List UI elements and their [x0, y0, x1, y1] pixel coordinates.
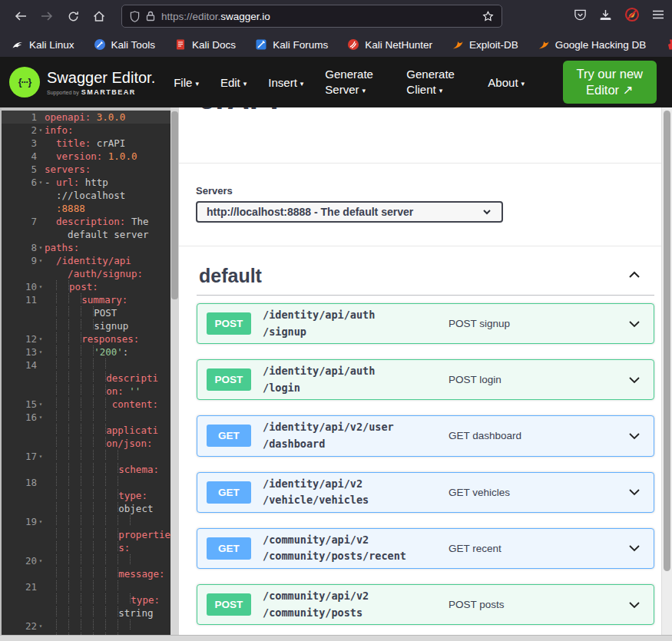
- code-line[interactable]: [45, 476, 170, 489]
- menu-insert[interactable]: Insert▾: [268, 76, 303, 89]
- endpoint-row[interactable]: POST/identity/api/auth /loginPOST login: [197, 359, 654, 400]
- code-line[interactable]: on/json:: [45, 437, 170, 450]
- lock-icon[interactable]: [146, 11, 155, 21]
- endpoint-row[interactable]: GET/community/api/v2 /community/posts/re…: [197, 528, 654, 569]
- code-line[interactable]: openapi: 3.0.0: [45, 111, 170, 124]
- forward-button[interactable]: [34, 5, 60, 27]
- fold-toggle-icon[interactable]: ▾: [37, 411, 45, 424]
- code-line[interactable]: title: crAPI: [45, 137, 170, 150]
- home-button[interactable]: [86, 5, 112, 27]
- endpoint-row[interactable]: POST/identity/api/auth /signupPOST signu…: [197, 303, 654, 344]
- code-line[interactable]: propertie: [45, 528, 170, 541]
- code-line[interactable]: [45, 515, 170, 528]
- code-line[interactable]: default server: [45, 228, 170, 241]
- code-line[interactable]: [45, 450, 170, 463]
- url-bar[interactable]: https://editor.swagger.io: [121, 5, 502, 28]
- fold-toggle-icon[interactable]: ▾: [37, 280, 45, 293]
- code-line[interactable]: /identity/api: [45, 254, 170, 267]
- bookmark-kali-nethunter[interactable]: Kali NetHunter: [347, 38, 432, 51]
- horizontal-scrollbar[interactable]: [0, 635, 672, 641]
- menu-file[interactable]: File▾: [174, 76, 199, 89]
- chevron-up-icon[interactable]: [626, 266, 643, 286]
- bookmark-google-hacking-db[interactable]: Google Hacking DB: [538, 38, 647, 51]
- code-line[interactable]: type:: [45, 489, 170, 502]
- code-line[interactable]: POST: [45, 306, 170, 319]
- chevron-down-icon[interactable]: [626, 316, 643, 332]
- code-line[interactable]: type:: [45, 593, 170, 606]
- code-line[interactable]: string: [45, 606, 170, 620]
- code-line[interactable]: post:: [45, 280, 170, 293]
- servers-select[interactable]: http://localhost:8888 - The default serv…: [196, 201, 503, 223]
- chevron-down-icon[interactable]: [626, 428, 643, 444]
- menu-generate-client[interactable]: Generate Client▾: [406, 67, 466, 98]
- code-line[interactable]: [45, 358, 170, 372]
- code-line[interactable]: /auth/signup:: [45, 267, 170, 280]
- page-scrollbar-thumb[interactable]: [664, 111, 670, 571]
- code-line[interactable]: description: The: [45, 215, 170, 228]
- fold-toggle-icon[interactable]: ▾: [37, 515, 45, 528]
- code-line[interactable]: ://localhost: [45, 189, 170, 202]
- code-line[interactable]: [45, 620, 170, 633]
- fold-toggle-icon[interactable]: ▾: [37, 620, 45, 633]
- editor-scrollbar-thumb[interactable]: [171, 111, 178, 299]
- code-line[interactable]: responses:: [45, 332, 170, 345]
- swagger-logo[interactable]: {···} Swagger Editor. Supported bySMARTB…: [9, 67, 155, 97]
- reload-button[interactable]: [60, 5, 86, 27]
- endpoint-row[interactable]: GET/identity/api/v2 /vehicle/vehiclesGET…: [197, 472, 654, 513]
- code-line[interactable]: servers:: [45, 163, 170, 176]
- code-line[interactable]: version: 1.0.0: [45, 150, 170, 163]
- menu-hamburger-icon[interactable]: [652, 9, 664, 23]
- code-line[interactable]: [45, 554, 170, 567]
- code-line[interactable]: on: '': [45, 385, 170, 398]
- chevron-down-icon[interactable]: [626, 372, 643, 388]
- code-line[interactable]: schema:: [45, 463, 170, 476]
- code-line[interactable]: :8888: [45, 202, 170, 215]
- code-line[interactable]: applicati: [45, 424, 170, 437]
- fold-toggle-icon[interactable]: ▾: [37, 176, 45, 189]
- menu-about[interactable]: About▾: [488, 76, 525, 89]
- try-new-editor-button[interactable]: Try our new Editor ↗: [563, 61, 657, 104]
- code-line[interactable]: content:: [45, 398, 170, 411]
- fold-toggle-icon[interactable]: ▾: [37, 241, 45, 254]
- endpoint-row[interactable]: GET/identity/api/v2/user /dashboardGET d…: [197, 415, 654, 456]
- code-line[interactable]: descripti: [45, 372, 170, 385]
- code-line[interactable]: paths:: [45, 241, 170, 254]
- menu-edit[interactable]: Edit▾: [220, 76, 247, 89]
- editor-scrollbar[interactable]: [170, 107, 179, 636]
- page-scrollbar[interactable]: [661, 107, 672, 636]
- chevron-down-icon[interactable]: [626, 540, 643, 557]
- bookmark-exploit-db[interactable]: Exploit-DB: [452, 38, 518, 51]
- bookmark-offsec[interactable]: OffSec: [665, 38, 672, 51]
- code-line[interactable]: '200':: [45, 345, 170, 358]
- code-line[interactable]: - url: http: [45, 176, 170, 189]
- code-line[interactable]: message:: [45, 567, 170, 580]
- code-line[interactable]: s:: [45, 541, 170, 554]
- chevron-down-icon[interactable]: [626, 596, 643, 613]
- fold-toggle-icon[interactable]: ▾: [37, 124, 45, 137]
- tracking-shield-icon[interactable]: [130, 11, 140, 22]
- bookmark-kali-tools[interactable]: Kali Tools: [94, 38, 156, 51]
- fold-toggle-icon[interactable]: ▾: [37, 332, 45, 345]
- chevron-down-icon[interactable]: [626, 484, 643, 501]
- bookmark-star-icon[interactable]: [482, 11, 494, 22]
- endpoint-row[interactable]: POST/community/api/v2 /community/postsPO…: [197, 584, 654, 625]
- code-line[interactable]: summary:: [45, 293, 170, 306]
- code-line[interactable]: [45, 580, 170, 593]
- code-line[interactable]: signup: [45, 319, 170, 332]
- bookmark-kali-forums[interactable]: Kali Forums: [255, 38, 328, 51]
- section-header-default[interactable]: default: [199, 265, 643, 287]
- bookmark-kali-linux[interactable]: Kali Linux: [12, 38, 74, 51]
- yaml-editor[interactable]: 1openapi: 3.0.02▾info:3 title: crAPI4 ve…: [0, 107, 170, 636]
- menu-generate-server[interactable]: Generate Server▾: [325, 67, 385, 98]
- fold-toggle-icon[interactable]: ▾: [37, 345, 45, 358]
- shield-chevron-icon[interactable]: [574, 8, 587, 25]
- noscript-extension-icon[interactable]: [624, 7, 640, 25]
- code-line[interactable]: info:: [45, 124, 170, 137]
- code-line[interactable]: object: [45, 502, 170, 515]
- fold-toggle-icon[interactable]: ▾: [37, 450, 45, 463]
- fold-toggle-icon[interactable]: ▾: [37, 554, 45, 567]
- bookmark-kali-docs[interactable]: Kali Docs: [174, 38, 236, 51]
- code-line[interactable]: [45, 411, 170, 424]
- download-icon[interactable]: [599, 8, 612, 25]
- back-button[interactable]: [8, 5, 34, 27]
